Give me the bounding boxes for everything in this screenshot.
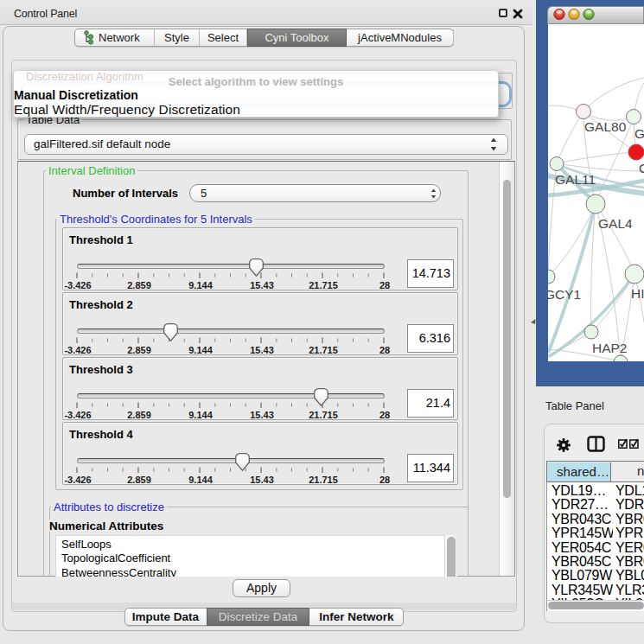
svg-text:GA: GA: [634, 126, 644, 141]
svg-text:GAL11: GAL11: [555, 172, 596, 187]
svg-text:GAL4: GAL4: [598, 216, 633, 231]
svg-text:GCY1: GCY1: [548, 287, 581, 302]
svg-text:HAP2: HAP2: [592, 341, 628, 355]
svg-text:HIS4: HIS4: [631, 286, 644, 301]
svg-text:CY: CY: [639, 161, 644, 175]
svg-text:GAL80: GAL80: [584, 119, 627, 134]
